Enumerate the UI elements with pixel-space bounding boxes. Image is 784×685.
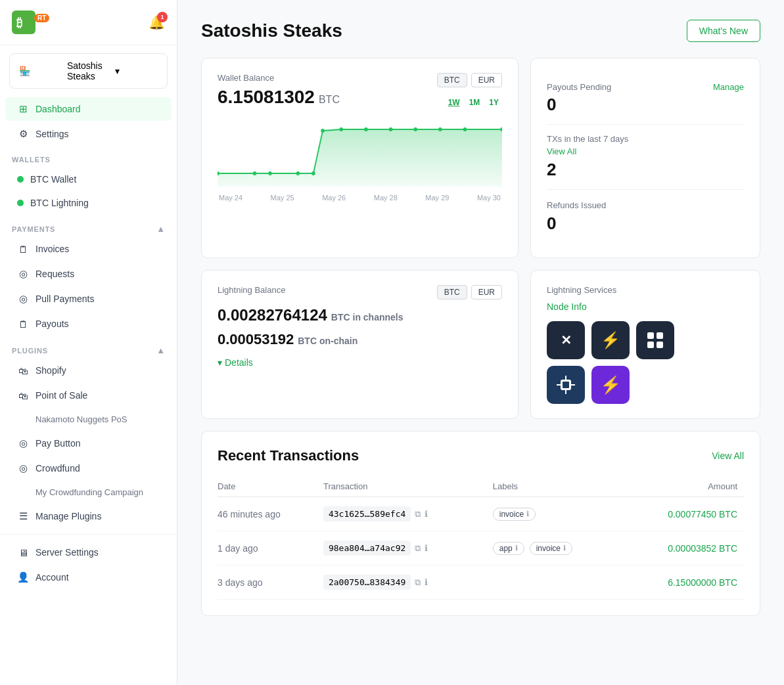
refunds-block: Refunds Issued 0 [547,190,744,243]
sidebar-item-label: Requests [35,269,74,279]
service-icon-grid[interactable] [636,321,674,359]
svg-point-4 [268,171,272,175]
chevron-down-icon: ▾ [115,66,158,76]
svg-point-13 [463,127,467,131]
sidebar-item-nakamoto[interactable]: Nakamoto Nuggets PoS [5,409,172,430]
1w-btn[interactable]: 1W [445,97,463,108]
pay-button-icon: ◎ [17,437,29,449]
sidebar-item-pull-payments[interactable]: ◎ Pull Payments [5,287,172,311]
sidebar-item-settings[interactable]: ⚙ Settings [5,122,172,146]
label-info-icon: ℹ [526,510,529,518]
sidebar-item-label: My Crowdfunding Campaign [35,487,143,497]
lightning-status-dot [17,200,24,206]
sidebar-item-requests[interactable]: ◎ Requests [5,262,172,286]
label-info-icon: ℹ [515,544,518,552]
sidebar-item-btc-wallet[interactable]: BTC Wallet [5,168,172,190]
label-badge-invoice-1: invoice ℹ [493,508,536,521]
svg-rect-20 [563,382,569,388]
info-icon-3[interactable]: ℹ [425,577,428,587]
sidebar-item-invoices[interactable]: 🗒 Invoices [5,237,172,261]
notification-bell[interactable]: 🔔 1 [149,14,165,30]
details-link[interactable]: ▾ Details [218,357,502,368]
manage-link[interactable]: Manage [713,82,744,92]
label-info-icon: ℹ [563,544,566,552]
wallet-balance-amount: 6.15081302 BTC [218,87,340,108]
tx-hash-3: 2a00750…8384349 [323,575,411,590]
service-icon-cross[interactable]: ✕ [547,321,585,359]
sidebar-item-label: Account [35,572,69,583]
sidebar-item-account[interactable]: 👤 Account [5,565,172,589]
sidebar-item-point-of-sale[interactable]: 🛍 Point of Sale [5,384,172,407]
sidebar-item-manage-plugins[interactable]: ☰ Manage Plugins [5,504,172,528]
info-icon-1[interactable]: ℹ [425,509,428,519]
lightning-btc-btn[interactable]: BTC [437,285,467,299]
table-row: 46 minutes ago 43c1625…589efc4 ⧉ ℹ invoi… [218,497,744,531]
payments-chevron-icon[interactable]: ▲ [156,224,165,234]
sidebar-item-label: Nakamoto Nuggets PoS [35,414,127,424]
whats-new-button[interactable]: What's New [687,20,760,42]
sidebar-item-shopify[interactable]: 🛍 Shopify [5,359,172,382]
lightning-currency-toggle: BTC EUR [437,285,502,299]
sidebar-item-server-settings[interactable]: 🖥 Server Settings [5,541,172,564]
plugins-section-label: PLUGINS [12,347,48,355]
chip-svg [557,376,575,394]
manage-plugins-icon: ☰ [17,510,29,522]
btc-currency-btn[interactable]: BTC [437,73,467,87]
sidebar-item-btc-lightning[interactable]: BTC Lightning [5,192,172,214]
chart-date-6: May 30 [477,194,501,202]
notification-count: 1 [157,12,168,22]
copy-icon-2[interactable]: ⧉ [415,543,421,554]
node-info-link[interactable]: Node Info [547,301,744,312]
info-icon-2[interactable]: ℹ [425,543,428,553]
sidebar-item-label: BTC Lightning [30,198,89,208]
sidebar-item-label: Crowdfund [35,463,80,474]
svg-rect-15 [647,332,654,339]
gear-icon: ⚙ [17,128,29,140]
1m-btn[interactable]: 1M [466,97,484,108]
plugins-chevron-icon[interactable]: ▲ [156,345,165,355]
lightning-services-label: Lightning Services [547,285,744,295]
tx-date-2: 1 day ago [218,531,323,565]
invoices-icon: 🗒 [17,243,29,255]
wallets-section-label: WALLETS [0,146,177,167]
store-selector[interactable]: 🏪 Satoshis Steaks ▾ [9,53,168,89]
view-all-txs-link[interactable]: View All [547,146,576,156]
service-icon-bolt1[interactable]: ⚡ [591,321,630,359]
lightning-eur-btn[interactable]: EUR [471,285,502,299]
tx-hash-cell-1: 43c1625…589efc4 ⧉ ℹ [323,497,493,531]
sidebar: ₿ RT 🔔 1 🏪 Satoshis Steaks ▾ ⊞ Dashboard… [0,0,177,685]
table-row: 3 days ago 2a00750…8384349 ⧉ ℹ 6.1500000… [218,565,744,600]
service-icon-lightning[interactable]: ⚡ [591,366,630,404]
service-icon-chip[interactable] [547,366,585,404]
sidebar-item-label: Shopify [35,365,66,376]
sidebar-item-label: Manage Plugins [35,511,101,521]
svg-point-3 [253,171,257,175]
lightning-onchain-amount: 0.00053192 BTC on-chain [218,331,502,348]
tx-hash-1: 43c1625…589efc4 [323,506,411,521]
tx-labels-2: app ℹ invoice ℹ [493,531,628,565]
copy-icon-3[interactable]: ⧉ [415,577,421,588]
tx-hash-cell-2: 98ea804…a74ac92 ⧉ ℹ [323,531,493,565]
grid-icon: ⊞ [17,103,29,115]
1y-btn[interactable]: 1Y [486,97,502,108]
view-all-transactions-link[interactable]: View All [712,451,744,461]
server-icon: 🖥 [17,546,29,558]
svg-rect-18 [657,342,663,348]
currency-toggle: BTC EUR [437,73,502,87]
main-content: Satoshis Steaks What's New Wallet Balanc… [177,0,784,685]
requests-icon: ◎ [17,268,29,280]
sidebar-item-pay-button[interactable]: ◎ Pay Button [5,431,172,455]
sidebar-item-payouts[interactable]: 🗒 Payouts [5,312,172,336]
sidebar-item-crowdfund[interactable]: ◎ Crowdfund [5,456,172,480]
sidebar-item-my-crowdfunding[interactable]: My Crowdfunding Campaign [5,481,172,503]
tx-labels-1: invoice ℹ [493,497,628,531]
crowdfund-icon: ◎ [17,462,29,474]
logo-area: ₿ RT [12,11,49,34]
sidebar-item-dashboard[interactable]: ⊞ Dashboard [5,97,172,121]
lightning-channels-amount: 0.00282764124 BTC in channels [218,306,502,324]
copy-icon-1[interactable]: ⧉ [415,509,421,519]
payouts-pending-value: 0 [547,95,744,115]
svg-point-7 [321,129,325,133]
eur-currency-btn[interactable]: EUR [471,73,502,87]
label-badge-invoice-2: invoice ℹ [530,542,572,555]
